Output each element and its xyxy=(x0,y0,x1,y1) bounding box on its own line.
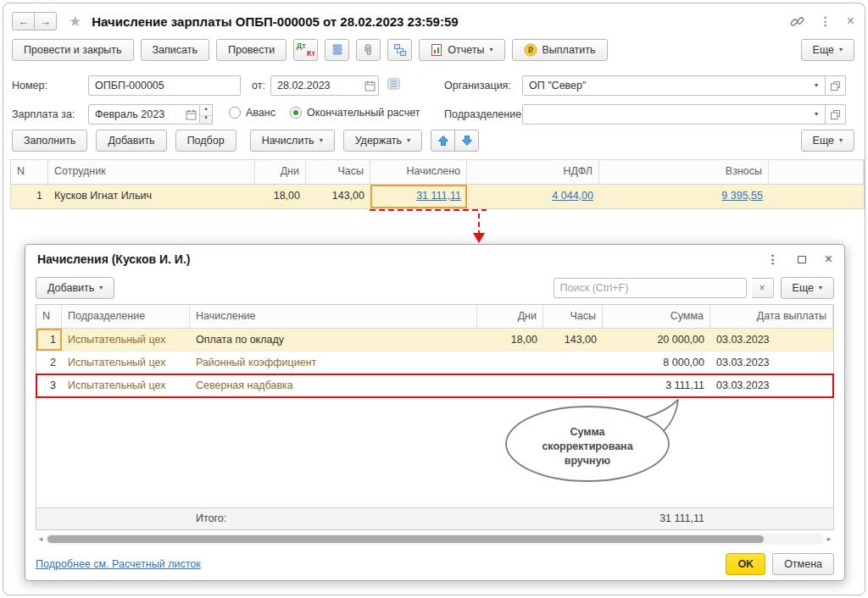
window-close-button[interactable]: × xyxy=(847,14,854,29)
back-icon: ← xyxy=(18,15,29,28)
fill-button[interactable]: Заполнить xyxy=(12,130,87,152)
department-combo[interactable]: ▾ xyxy=(522,104,846,125)
payslip-link[interactable]: Подробнее см. Расчетный листок xyxy=(36,558,201,570)
ndfl-cell[interactable]: 4 044,00 xyxy=(467,185,599,208)
post-and-close-button[interactable]: Провести и закрыть xyxy=(12,39,134,61)
accrual-row[interactable]: 2 Испытательный цех Районный коэффициент… xyxy=(36,352,833,374)
dialog-maximize-button[interactable] xyxy=(798,256,806,263)
col-pay-date[interactable]: Дата выплаты xyxy=(710,305,833,328)
col-employee[interactable]: Сотрудник xyxy=(48,160,255,184)
col-accrual[interactable]: Начисление xyxy=(190,305,477,328)
col-department[interactable]: Подразделение xyxy=(62,305,190,328)
register-records-button[interactable] xyxy=(325,39,349,61)
chevron-down-icon[interactable]: ▾ xyxy=(808,82,825,89)
favorite-star-icon[interactable]: ★ xyxy=(69,13,81,30)
horizontal-scrollbar[interactable]: ◂ ▸ xyxy=(36,534,834,545)
accrual-row-highlighted[interactable]: 3 Испытательный цех Северная надбавка 3 … xyxy=(36,374,833,397)
advance-radio[interactable]: Аванс xyxy=(229,107,275,119)
dialog-toolbar: Добавить ▾ × Еще ▾ xyxy=(25,274,844,302)
back-button[interactable]: ← xyxy=(12,12,35,30)
accrued-link[interactable]: 31 111,11 xyxy=(416,190,461,202)
dialog-more-button[interactable]: Еще ▾ xyxy=(781,277,834,299)
date-value: 28.02.2023 xyxy=(271,76,361,95)
more-button-table[interactable]: Еще ▾ xyxy=(801,130,854,152)
accrued-cell-selected[interactable]: 31 111,11 xyxy=(370,185,467,208)
organization-value: ОП "Север" xyxy=(523,76,808,95)
contributions-link[interactable]: 9 395,55 xyxy=(721,190,763,202)
get-link-button[interactable] xyxy=(790,14,804,29)
move-row-down-button[interactable] xyxy=(454,130,479,152)
related-documents-button[interactable] xyxy=(387,39,412,61)
arrow-down-icon xyxy=(461,135,473,147)
col-accrued[interactable]: Начислено xyxy=(370,160,467,184)
total-value: 31 111,11 xyxy=(603,508,710,529)
col-n[interactable]: N xyxy=(11,160,48,184)
number-input[interactable]: ОПБП-000005 xyxy=(88,75,241,96)
table-row[interactable]: 1 Кусков Игнат Ильич 18,00 143,00 31 111… xyxy=(11,185,864,208)
organization-combo[interactable]: ОП "Север" ▾ xyxy=(522,75,846,96)
post-button[interactable]: Провести xyxy=(216,39,287,61)
dtkt-postings-button[interactable]: ДтКт xyxy=(293,39,318,61)
open-form-icon xyxy=(830,109,841,120)
col-days[interactable]: Дни xyxy=(255,160,306,184)
reports-button[interactable]: Отчеты ▾ xyxy=(419,39,504,61)
chevron-down-icon: ▾ xyxy=(819,285,822,291)
document-journal-button[interactable] xyxy=(387,78,400,92)
dialog-footer: Подробнее см. Расчетный листок OK Отмена xyxy=(25,545,844,575)
withhold-button[interactable]: Удержать ▾ xyxy=(343,130,422,152)
pay-button[interactable]: P Выплатить xyxy=(512,39,608,61)
chevron-down-icon[interactable]: ▾ xyxy=(808,111,825,118)
callout-text: Сумма скорректирована вручную xyxy=(530,425,645,468)
step-down-icon: ▼ xyxy=(200,116,212,125)
department-open-button[interactable] xyxy=(825,105,845,124)
search-clear-button[interactable]: × xyxy=(752,278,774,298)
period-stepper[interactable]: ▲ ▼ xyxy=(200,104,213,125)
window-menu-button[interactable]: ⋮ xyxy=(820,14,832,28)
dialog-menu-button[interactable]: ⋮ xyxy=(767,252,779,266)
cancel-button[interactable]: Отмена xyxy=(772,553,834,575)
scroll-left-icon[interactable]: ◂ xyxy=(36,534,46,545)
ellipsis-icon: ⋮ xyxy=(820,14,832,28)
more-button-top[interactable]: Еще ▾ xyxy=(801,39,854,61)
add-row-button[interactable]: Добавить xyxy=(96,130,166,152)
col-contributions[interactable]: Взносы xyxy=(599,160,769,184)
ruble-coin-icon: P xyxy=(524,43,537,57)
move-row-up-button[interactable] xyxy=(431,130,455,152)
col-days[interactable]: Дни xyxy=(477,305,543,328)
col-n[interactable]: N xyxy=(36,305,62,328)
contributions-cell[interactable]: 9 395,55 xyxy=(599,185,769,208)
accruals-table: N Подразделение Начисление Дни Часы Сумм… xyxy=(36,304,834,530)
attachments-button[interactable] xyxy=(356,39,381,61)
accrue-label: Начислить xyxy=(262,135,314,147)
period-label: Зарплата за: xyxy=(12,103,75,125)
chevron-down-icon: ▾ xyxy=(839,137,843,144)
final-settlement-radio[interactable]: Окончательный расчет xyxy=(290,107,420,119)
calendar-picker-button[interactable] xyxy=(361,80,378,91)
scrollbar-track[interactable] xyxy=(46,534,824,545)
dialog-add-button[interactable]: Добавить ▾ xyxy=(36,277,114,299)
radio-selected-icon xyxy=(290,107,302,119)
scroll-right-icon[interactable]: ▸ xyxy=(824,534,834,545)
period-value: Февраль 2023 xyxy=(89,105,182,124)
ndfl-link[interactable]: 4 044,00 xyxy=(552,190,593,202)
row-number: 2 xyxy=(36,352,62,374)
scrollbar-thumb[interactable] xyxy=(47,535,764,543)
period-calendar-button[interactable] xyxy=(182,109,199,120)
pick-button[interactable]: Подбор xyxy=(175,130,236,152)
ok-button[interactable]: OK xyxy=(726,553,765,575)
date-input[interactable]: 28.02.2023 xyxy=(270,75,379,96)
col-ndfl[interactable]: НДФЛ xyxy=(467,160,599,184)
department-value: Испытательный цех xyxy=(62,374,190,396)
period-input[interactable]: Февраль 2023 xyxy=(88,104,200,125)
accrual-row[interactable]: 1 Испытательный цех Оплата по окладу 18,… xyxy=(36,329,833,352)
dialog-close-button[interactable]: × xyxy=(825,252,832,267)
col-hours[interactable]: Часы xyxy=(543,305,603,328)
table-action-bar: Заполнить Добавить Подбор Начислить ▾ Уд… xyxy=(12,130,854,152)
accrue-button[interactable]: Начислить ▾ xyxy=(250,130,335,152)
col-sum[interactable]: Сумма xyxy=(603,305,710,328)
col-hours[interactable]: Часы xyxy=(306,160,370,184)
organization-open-button[interactable] xyxy=(825,76,845,95)
save-button[interactable]: Записать xyxy=(141,39,209,61)
search-input[interactable] xyxy=(554,282,746,294)
forward-button[interactable]: → xyxy=(34,12,57,30)
